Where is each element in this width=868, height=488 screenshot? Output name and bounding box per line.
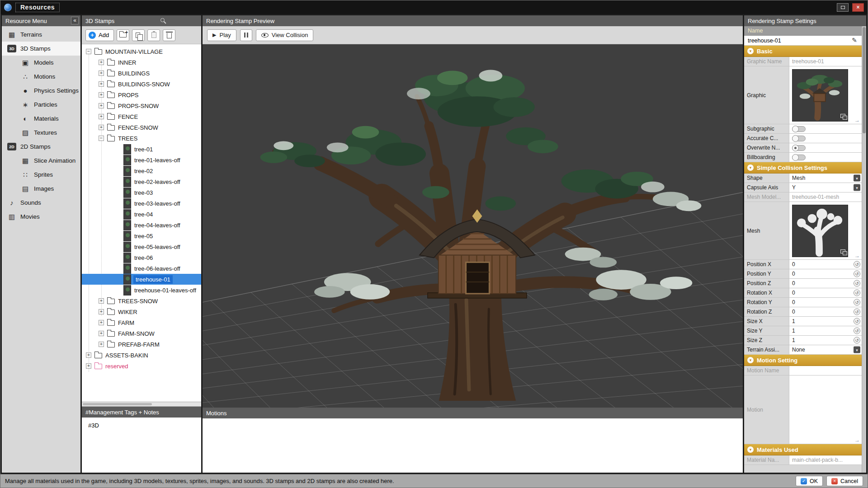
tree-item-tree-01[interactable]: tree-01 [82, 144, 201, 155]
setting-value[interactable]: 0↺ [789, 269, 862, 278]
setting-value[interactable]: Y▾ [789, 183, 862, 192]
tree-item-treehouse-01-leaves-off[interactable]: treehouse-01-leaves-off [82, 285, 201, 296]
expander-icon[interactable]: + [86, 352, 91, 358]
export-icon[interactable] [840, 249, 845, 253]
expander-icon[interactable]: + [99, 309, 104, 314]
tree-folder-trees-snow[interactable]: +TREES-SNOW [82, 296, 201, 306]
menu-item-2d-stamps[interactable]: 2D2D Stamps [2, 140, 80, 154]
tree-folder-inner[interactable]: +INNER [82, 57, 201, 68]
section-header-simple-collision-settings[interactable]: ▾Simple Collision Settings [744, 162, 862, 174]
tree-item-tree-02[interactable]: tree-02 [82, 165, 201, 176]
toggle-switch[interactable] [792, 126, 806, 132]
play-button[interactable]: ▶ Play [207, 29, 236, 41]
tree-item-tree-04-leaves-off[interactable]: tree-04-leaves-off [82, 220, 201, 230]
menu-item-sounds[interactable]: ♪Sounds [2, 196, 80, 210]
new-folder-button[interactable] [117, 29, 129, 41]
tags-notes-area[interactable]: #3D [82, 418, 201, 473]
menu-item-3d-stamps[interactable]: 3D3D Stamps [2, 42, 80, 56]
tree-item-tree-03-leaves-off[interactable]: tree-03-leaves-off [82, 198, 201, 209]
section-header-motion-setting[interactable]: ▾Motion Setting [744, 355, 862, 366]
tree-folder-mountain-village[interactable]: −MOUNTAIN-VILLAGE [82, 46, 201, 57]
setting-value-number[interactable]: 1 [792, 328, 795, 334]
reset-icon[interactable]: ↺ [854, 290, 860, 296]
toggle-switch[interactable] [792, 145, 806, 151]
setting-value-number[interactable]: 0 [792, 280, 795, 286]
setting-value-number[interactable]: 0 [792, 261, 795, 267]
titlebar[interactable]: Resources × [0, 0, 868, 14]
setting-value[interactable]: 0↺ [789, 288, 862, 297]
edit-pencil-icon[interactable]: ✎ [852, 37, 857, 44]
reset-icon[interactable]: ↺ [854, 309, 860, 315]
tree-folder-reserved[interactable]: +reserved [82, 361, 201, 371]
setting-value[interactable]: 0↺ [789, 298, 862, 307]
setting-value-number[interactable]: 0 [792, 271, 795, 277]
cancel-button[interactable]: × Cancel [826, 476, 863, 486]
expander-icon[interactable]: + [99, 70, 104, 76]
expander-icon[interactable]: + [99, 103, 104, 108]
tree-item-tree-05-leaves-off[interactable]: tree-05-leaves-off [82, 241, 201, 252]
tree-folder-farm-snow[interactable]: +FARM-SNOW [82, 328, 201, 339]
setting-value[interactable]: None▾ [789, 345, 862, 354]
graphic-thumbnail[interactable] [792, 69, 848, 122]
menu-item-terrains[interactable]: ▦Terrains [2, 28, 80, 42]
toggle-switch[interactable] [792, 136, 806, 141]
tree-folder-props[interactable]: +PROPS [82, 89, 201, 100]
search-icon[interactable] [160, 18, 165, 22]
tree-folder-buildings[interactable]: +BUILDINGS [82, 68, 201, 79]
dropdown-arrow-icon[interactable]: ▾ [854, 184, 860, 191]
preview-viewport[interactable] [203, 44, 743, 408]
tree-folder-prefab-farm[interactable]: +PREFAB-FARM [82, 339, 201, 350]
dropdown-arrow-icon[interactable]: ▾ [854, 175, 860, 182]
toggle-switch[interactable] [792, 155, 806, 160]
tree-folder-trees[interactable]: −TREES [82, 133, 201, 144]
reset-icon[interactable]: ↺ [854, 271, 860, 277]
expander-icon[interactable]: + [99, 342, 104, 347]
expander-icon[interactable]: − [99, 136, 104, 141]
setting-value[interactable]: 1↺ [789, 336, 862, 345]
view-collision-button[interactable]: View Collision [256, 29, 314, 41]
menu-item-particles[interactable]: ∗Particles [2, 98, 80, 112]
tree-folder-assets-bakin[interactable]: +ASSETS-BAKIN [82, 350, 201, 361]
expander-icon[interactable]: + [99, 92, 104, 98]
section-header-materials-used[interactable]: ▾Materials Used [744, 444, 862, 455]
menu-item-physics-settings[interactable]: ●Physics Settings [2, 84, 80, 98]
setting-value[interactable]: 1↺ [789, 317, 862, 326]
menu-item-sprites[interactable]: ∷Sprites [2, 168, 80, 182]
tree-folder-props-snow[interactable]: +PROPS-SNOW [82, 100, 201, 111]
reset-icon[interactable]: ↺ [854, 318, 860, 325]
expander-icon[interactable]: + [99, 298, 104, 304]
setting-value-number[interactable]: 0 [792, 309, 795, 315]
setting-value[interactable]: 1↺ [789, 326, 862, 335]
expander-icon[interactable]: + [99, 320, 104, 325]
reset-icon[interactable]: ↺ [854, 299, 860, 306]
duplicate-button[interactable] [132, 29, 145, 41]
tree-item-tree-06-leaves-off[interactable]: tree-06-leaves-off [82, 263, 201, 274]
menu-item-materials[interactable]: ◐Materials [2, 112, 80, 126]
setting-value-number[interactable]: 0 [792, 299, 795, 305]
setting-value[interactable]: 0↺ [789, 260, 862, 269]
expand-arrow-icon[interactable]: → [854, 437, 860, 443]
expander-icon[interactable]: + [99, 125, 104, 130]
tree-folder-fence[interactable]: +FENCE [82, 111, 201, 122]
setting-value-number[interactable]: 1 [792, 318, 795, 324]
setting-value[interactable]: Mesh▾ [789, 174, 862, 183]
add-button[interactable]: + Add [85, 29, 114, 41]
tree-folder-wiker[interactable]: +WIKER [82, 306, 201, 317]
mesh-thumbnail[interactable] [792, 205, 848, 257]
reset-icon[interactable]: ↺ [854, 337, 860, 344]
tree-folder-buildings-snow[interactable]: +BUILDINGS-SNOW [82, 79, 201, 89]
menu-item-slice-animation[interactable]: ▦Slice Animation [2, 154, 80, 168]
tree-item-tree-04[interactable]: tree-04 [82, 209, 201, 220]
expander-icon[interactable]: + [99, 331, 104, 336]
reset-icon[interactable]: ↺ [854, 328, 860, 334]
tree-horizontal-scrollbar[interactable] [82, 402, 201, 407]
setting-value[interactable]: 0↺ [789, 279, 862, 288]
setting-value[interactable]: 0↺ [789, 307, 862, 316]
expander-icon[interactable]: + [99, 60, 104, 65]
expand-arrow-icon[interactable]: → [854, 117, 860, 123]
collapse-panel-button[interactable]: « [71, 17, 79, 24]
stamp-name-field[interactable]: treehouse-01 ✎ [744, 36, 862, 46]
pause-button[interactable] [240, 29, 252, 41]
settings-scrollbar[interactable] [862, 26, 866, 473]
tree-item-tree-03[interactable]: tree-03 [82, 187, 201, 198]
